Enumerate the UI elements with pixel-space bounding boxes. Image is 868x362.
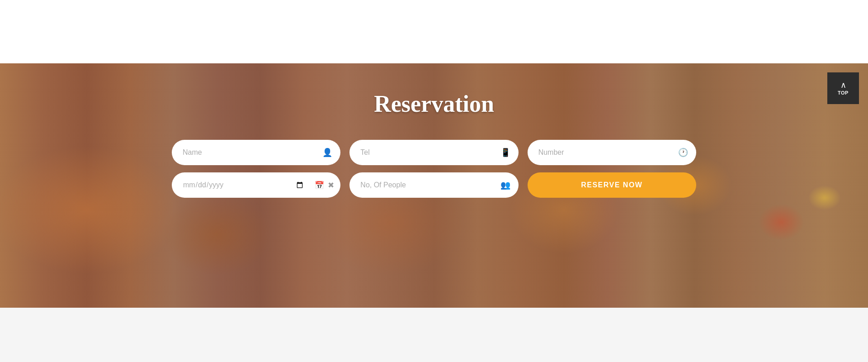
date-icons-group: 📅 ✖	[315, 181, 334, 190]
bottom-section	[0, 308, 868, 362]
reservation-form: 👤 📱 🕐 📅 ✖ 👥 R	[0, 140, 868, 198]
page-title: Reservation	[0, 90, 868, 117]
people-input[interactable]	[349, 172, 518, 198]
hero-section: ∧ TOP Reservation 👤 📱 🕐 📅	[0, 63, 868, 308]
number-input[interactable]	[528, 140, 696, 165]
top-white-section	[0, 0, 868, 63]
name-input-wrapper: 👤	[172, 140, 340, 165]
reserve-now-button[interactable]: RESERVE NOW	[528, 172, 696, 198]
form-row-1: 👤 📱 🕐	[172, 140, 696, 165]
tel-input[interactable]	[349, 140, 518, 165]
people-input-wrapper: 👥	[349, 172, 518, 198]
top-button-label: TOP	[838, 90, 849, 95]
tel-input-wrapper: 📱	[349, 140, 518, 165]
calendar-icon[interactable]: 📅	[315, 181, 324, 190]
top-button-arrow-icon: ∧	[840, 81, 846, 89]
number-input-wrapper: 🕐	[528, 140, 696, 165]
form-row-2: 📅 ✖ 👥 RESERVE NOW	[172, 172, 696, 198]
clear-date-icon[interactable]: ✖	[328, 181, 334, 190]
name-input[interactable]	[172, 140, 340, 165]
reservation-title-section: Reservation	[0, 63, 868, 140]
date-input-wrapper: 📅 ✖	[172, 172, 340, 198]
top-button[interactable]: ∧ TOP	[827, 72, 859, 104]
